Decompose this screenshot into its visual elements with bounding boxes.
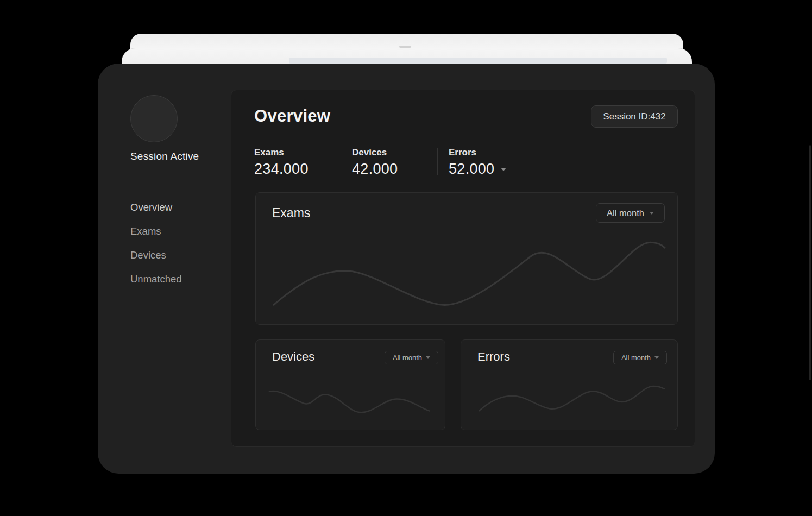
background-toolbar-strip [289,58,667,64]
stat-devices-value: 42.000 [352,161,398,178]
page-title: Overview [254,106,330,126]
right-edge-sliver [809,145,811,380]
devices-sparkline-path [269,391,429,412]
sidebar-item-unmatched[interactable]: Unmatched [130,267,182,291]
chevron-down-icon[interactable] [501,168,506,171]
sidebar-item-exams[interactable]: Exams [130,219,182,243]
stat-divider [341,148,341,175]
session-status-label: Session Active [130,150,199,162]
errors-chart-card: Errors All month [461,339,678,430]
errors-sparkline-path [479,386,664,411]
stat-devices: Devices 42.000 [352,147,398,178]
stat-errors: Errors 52.000 [449,147,506,178]
session-id-badge[interactable]: Session ID:432 [591,105,678,128]
avatar [130,95,178,142]
exams-sparkline [256,193,677,324]
exams-sparkline-path [274,242,665,305]
sidebar-item-overview[interactable]: Overview [130,196,182,219]
stat-errors-label: Errors [449,147,506,158]
devices-chart-card: Devices All month [255,339,445,430]
stat-exams-value: 234.000 [254,161,309,178]
devices-sparkline [256,340,445,430]
sidebar-nav: Overview Exams Devices Unmatched [130,196,182,291]
stat-exams-label: Exams [254,147,309,158]
stat-errors-value: 52.000 [449,161,494,178]
stat-divider [546,148,546,175]
stat-exams: Exams 234.000 [254,147,309,178]
exams-chart-card: Exams All month [255,192,678,325]
errors-sparkline [461,340,677,430]
sidebar-item-devices[interactable]: Devices [130,243,182,267]
stat-divider [437,148,438,175]
stat-devices-label: Devices [352,147,398,158]
